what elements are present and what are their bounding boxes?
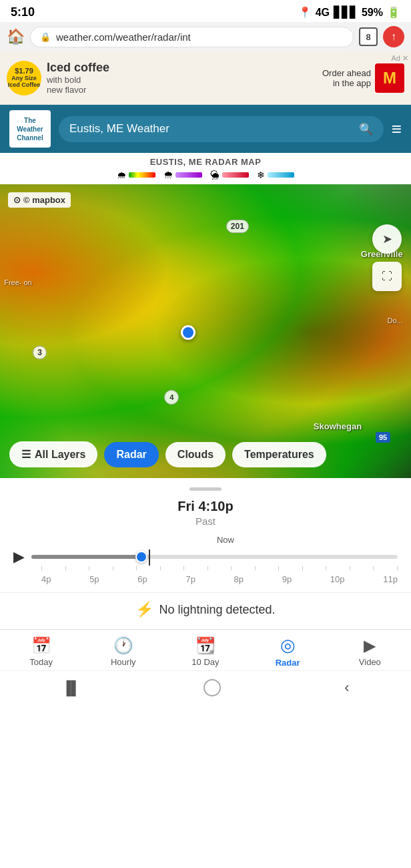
back-button[interactable]: ‹ — [344, 679, 349, 696]
freeon-label: Free- on — [4, 278, 32, 286]
mix-icon: 🌦 — [210, 170, 220, 180]
mapbox-logo: ⊙ © mapbox — [8, 192, 71, 208]
expand-button[interactable]: ⛶ — [372, 262, 402, 291]
lock-icon: 🔒 — [40, 32, 51, 42]
search-icon: 🔍 — [359, 122, 373, 136]
time-axis: 4p 5p 6p 7p 8p 9p 10p 11p — [39, 572, 400, 584]
hamburger-menu[interactable]: ≡ — [392, 119, 402, 140]
tab-count[interactable]: 8 — [359, 27, 378, 46]
tick-10 — [255, 566, 256, 570]
legend-row: 🌧 🌨 🌦 ❄ — [0, 170, 411, 184]
site-header: The Weather Channel Eustis, ME Weather 🔍… — [0, 105, 411, 153]
ad-banner[interactable]: $1.79 Any SizeIced Coffee Iced coffee wi… — [0, 51, 411, 105]
tick-5 — [136, 566, 137, 570]
clouds-button[interactable]: Clouds — [165, 442, 226, 467]
recent-apps-button[interactable]: ▐▌ — [61, 680, 80, 696]
ad-subtext1: with bold — [47, 75, 109, 85]
status-time: 5:10 — [11, 5, 35, 19]
tick-3 — [89, 566, 89, 570]
radar-map-title: EUSTIS, ME RADAR MAP — [0, 153, 411, 170]
tick-11 — [278, 566, 279, 570]
slider-thumb[interactable] — [135, 551, 147, 563]
battery-icon: 🔋 — [387, 6, 400, 19]
url-bar[interactable]: 🔒 weather.com/weather/radar/int — [30, 27, 354, 47]
legend-sleet: 🌨 — [163, 170, 202, 180]
logo-line1: The — [24, 116, 36, 125]
home-button[interactable] — [203, 679, 221, 696]
location-icon: 📍 — [298, 6, 312, 19]
time-5p: 5p — [89, 574, 99, 584]
drag-handle[interactable] — [189, 487, 222, 491]
timeline-slider[interactable] — [31, 548, 398, 566]
play-button[interactable]: ▶ — [13, 548, 25, 566]
skowhegan-label: Skowhegan — [314, 421, 362, 431]
tick-13 — [326, 566, 326, 570]
layer-buttons: ☰ All Layers Radar Clouds Temperatures — [0, 441, 411, 467]
tick-16 — [397, 566, 398, 570]
all-layers-button[interactable]: ☰ All Layers — [9, 441, 97, 467]
ad-price-label: Any SizeIced Coffee — [8, 75, 41, 89]
temperatures-button[interactable]: Temperatures — [232, 442, 326, 467]
tick-4 — [113, 566, 113, 570]
signal-indicator: 4G — [316, 7, 330, 19]
radar-map[interactable]: ⊙ © mapbox 201 3 4 Greenville Skowhegan … — [0, 184, 411, 478]
time-9p: 9p — [282, 574, 292, 584]
tick-2 — [65, 566, 66, 570]
temperatures-label: Temperatures — [244, 449, 314, 460]
search-text: Eustis, ME Weather — [69, 122, 169, 136]
today-icon: 📅 — [31, 636, 51, 655]
tenday-icon: 📆 — [195, 636, 216, 655]
menu-button[interactable]: ↑ — [383, 26, 404, 47]
legend-mix: 🌦 — [210, 170, 249, 180]
rain-gradient — [129, 172, 155, 178]
timeline-slider-row: ▶ — [11, 548, 400, 566]
ad-cta-text: Order ahead in the app — [322, 68, 371, 88]
ad-order-line1: Order ahead — [322, 68, 371, 78]
time-7p: 7p — [185, 574, 195, 584]
time-6p: 6p — [137, 574, 147, 584]
status-right: 📍 4G ▋▋▋ 59% 🔋 — [298, 6, 400, 19]
tick-6 — [160, 566, 161, 570]
mix-gradient — [222, 172, 249, 178]
search-bar[interactable]: Eustis, ME Weather 🔍 — [59, 116, 384, 142]
now-line — [149, 550, 150, 566]
sleet-icon: 🌨 — [163, 170, 173, 180]
time-8p: 8p — [234, 574, 244, 584]
tick-8 — [208, 566, 208, 570]
home-icon[interactable]: 🏠 — [7, 28, 25, 45]
mapbox-circle-icon: ⊙ — [13, 195, 21, 205]
bottom-nav: 📅 Today 🕐 Hourly 📆 10 Day ◎ Radar ▶ Vide… — [0, 629, 411, 670]
mcdonalds-logo: M — [375, 63, 404, 93]
rain-icon: 🌧 — [117, 170, 126, 180]
timeline-section: Fri 4:10p Past Now ▶ 4p — [0, 478, 411, 592]
url-text: weather.com/weather/radar/int — [56, 31, 191, 43]
browser-bar: 🏠 🔒 weather.com/weather/radar/int 8 ↑ — [0, 22, 411, 51]
time-subtitle: Past — [11, 515, 400, 527]
ad-copy: Iced coffee with bold new flavor — [47, 61, 109, 95]
hourly-label: Hourly — [111, 657, 136, 667]
nav-hourly[interactable]: 🕐 Hourly — [103, 636, 143, 667]
ad-right: Order ahead in the app M — [322, 63, 404, 93]
nav-10day[interactable]: 📆 10 Day — [185, 636, 226, 667]
time-10p: 10p — [330, 574, 345, 584]
tick-marks — [39, 566, 400, 572]
signal-bars: ▋▋▋ — [334, 6, 358, 19]
nav-today[interactable]: 📅 Today — [21, 636, 61, 667]
slider-track — [31, 555, 398, 559]
weather-channel-logo[interactable]: The Weather Channel — [9, 110, 51, 148]
ad-price-badge: $1.79 Any SizeIced Coffee — [7, 61, 41, 95]
time-11p: 11p — [383, 574, 398, 584]
road-3-label: 3 — [33, 346, 47, 359]
nav-video[interactable]: ▶ Video — [350, 636, 390, 667]
system-nav: ▐▌ ‹ — [0, 670, 411, 707]
radar-nav-icon: ◎ — [280, 635, 296, 656]
compass-button[interactable]: ➤ — [372, 224, 402, 254]
radar-label: Radar — [116, 449, 146, 460]
radar-button[interactable]: Radar — [104, 442, 158, 467]
ad-order-line2: in the app — [322, 78, 371, 88]
current-time-display: Fri 4:10p — [11, 499, 400, 514]
lightning-text: No lightning detected. — [159, 603, 275, 617]
snow-icon: ❄ — [257, 170, 265, 180]
dover-label: Do... — [387, 316, 402, 324]
nav-radar[interactable]: ◎ Radar — [268, 635, 308, 668]
